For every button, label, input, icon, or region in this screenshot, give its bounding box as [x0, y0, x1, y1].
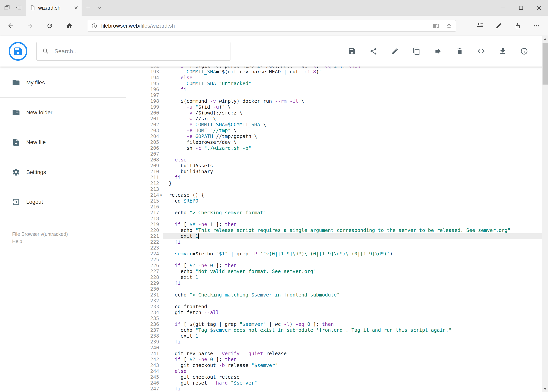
- code-text[interactable]: echo "> Checking semver format": [163, 210, 542, 216]
- code-row[interactable]: 245 git checkout release: [141, 374, 542, 380]
- code-row[interactable]: 201 -w //src \: [141, 116, 542, 122]
- scrollbar-up-arrow-icon[interactable]: [544, 38, 547, 40]
- browser-tab-wizard-sh[interactable]: wizard.sh: [26, 0, 82, 16]
- refresh-icon[interactable]: [43, 19, 57, 33]
- share-icon[interactable]: [512, 20, 523, 31]
- code-row[interactable]: 192 if [ $(git rev-parse HEAD 2> /dev/nu…: [141, 67, 542, 69]
- scrollbar-thumb[interactable]: [542, 43, 548, 84]
- code-row[interactable]: 204 -e GOPATH=//tmp/gopath \: [141, 133, 542, 139]
- code-text[interactable]: fi: [163, 175, 542, 181]
- code-row[interactable]: 196 fi: [141, 86, 542, 92]
- code-text[interactable]: $(command -v winpty) docker run --rm -it…: [163, 98, 542, 104]
- move-icon[interactable]: [434, 47, 442, 56]
- code-row[interactable]: 239 fi: [141, 339, 542, 345]
- code-text[interactable]: git checkout release: [163, 374, 542, 380]
- more-icon[interactable]: [531, 20, 542, 31]
- code-row[interactable]: 193 COMMIT_SHA="$(git rev-parse HEAD | c…: [141, 69, 542, 75]
- code-text[interactable]: -e COMMIT_SHA=$COMMIT_SHA \: [163, 122, 542, 128]
- web-notes-pen-icon[interactable]: [493, 20, 504, 31]
- minimize-icon[interactable]: [494, 0, 512, 16]
- code-text[interactable]: COMMIT_SHA="untracked": [163, 81, 542, 86]
- code-text[interactable]: [163, 298, 542, 304]
- code-row[interactable]: 219 if [ $# -ne 1 ]; then: [141, 222, 542, 227]
- code-row[interactable]: 221 exit 1: [141, 233, 542, 239]
- code-text[interactable]: [163, 245, 542, 251]
- code-row[interactable]: 206 sh -c "./wizard.sh -b": [141, 145, 542, 151]
- code-text[interactable]: if [ $? -ne 0 ]; then: [163, 263, 542, 268]
- code-text[interactable]: [163, 216, 542, 222]
- address-bar[interactable]: filebrowser.web/files/wizard.sh: [88, 20, 456, 32]
- code-text[interactable]: if [ $# -ne 1 ]; then: [163, 222, 542, 227]
- code-text[interactable]: }: [163, 181, 542, 186]
- download-icon[interactable]: [498, 47, 507, 56]
- code-text[interactable]: buildAssets: [163, 163, 542, 169]
- code-text[interactable]: echo "This release script requires a sin…: [163, 227, 542, 233]
- code-text[interactable]: fi: [163, 280, 542, 286]
- code-row[interactable]: 213: [141, 186, 542, 192]
- save-icon[interactable]: [348, 47, 356, 56]
- code-text[interactable]: [163, 151, 542, 157]
- code-row[interactable]: 228 exit 1: [141, 274, 542, 280]
- code-text[interactable]: git checkout -b release "$semver": [163, 363, 542, 368]
- copy-icon[interactable]: [412, 47, 421, 56]
- tabs-set-aside-icon[interactable]: [2, 3, 12, 13]
- code-text[interactable]: if [ $? -ne 0 ]; then: [163, 357, 542, 363]
- new-tab-icon[interactable]: [83, 3, 93, 13]
- code-text[interactable]: [163, 315, 542, 321]
- code-row[interactable]: 217 echo "> Checking semver format": [141, 210, 542, 216]
- code-row[interactable]: 246 git reset --hard "$semver": [141, 380, 542, 386]
- code-text[interactable]: filebrowser/dev \: [163, 139, 542, 145]
- code-row[interactable]: 198 $(command -v winpty) docker run --rm…: [141, 98, 542, 104]
- code-row[interactable]: 241 git rev-parse --verify --quiet relea…: [141, 351, 542, 357]
- code-row[interactable]: 227 echo "Not valid semver format. See s…: [141, 268, 542, 274]
- code-text[interactable]: -v /$(pwd):/src:z \: [163, 110, 542, 116]
- home-icon[interactable]: [62, 19, 76, 33]
- sidebar-item-new-folder[interactable]: New folder: [0, 98, 141, 127]
- set-tabs-aside-icon[interactable]: [14, 3, 24, 13]
- favorite-star-icon[interactable]: [446, 23, 452, 29]
- code-row[interactable]: 223: [141, 245, 542, 251]
- code-text[interactable]: -e HOME="//tmp" \: [163, 128, 542, 133]
- code-text[interactable]: exit 1: [163, 333, 542, 339]
- code-text[interactable]: git fetch --all: [163, 310, 542, 315]
- code-text[interactable]: [163, 345, 542, 351]
- code-text[interactable]: [163, 186, 542, 192]
- maximize-icon[interactable]: [512, 0, 530, 16]
- code-text[interactable]: release () {: [163, 192, 542, 198]
- code-text[interactable]: git rev-parse --verify --quiet release: [163, 351, 542, 357]
- code-text[interactable]: else: [163, 75, 542, 81]
- code-text[interactable]: echo "> Checking matching $semver in fro…: [163, 292, 542, 298]
- code-row[interactable]: 237 echo "Tag $semver does not exist in …: [141, 327, 542, 333]
- code-text[interactable]: else: [163, 368, 542, 374]
- code-row[interactable]: 197: [141, 92, 542, 98]
- sidebar-item-my-files[interactable]: My files: [0, 68, 141, 98]
- code-text[interactable]: echo "Not valid semver format. See semve…: [163, 268, 542, 274]
- code-row[interactable]: 235: [141, 315, 542, 321]
- code-text[interactable]: -w //src \: [163, 116, 542, 122]
- code-row[interactable]: 243 git checkout -b release "$semver": [141, 363, 542, 368]
- sidebar-item-settings[interactable]: Settings: [0, 157, 141, 187]
- code-text[interactable]: fi: [163, 339, 542, 345]
- search-input[interactable]: [54, 48, 225, 55]
- back-icon[interactable]: [4, 19, 18, 33]
- code-row[interactable]: 234 git fetch --all: [141, 310, 542, 315]
- close-tab-icon[interactable]: [74, 6, 78, 10]
- code-editor[interactable]: 192 if [ $(git rev-parse HEAD 2> /dev/nu…: [141, 67, 542, 392]
- sidebar-item-new-file[interactable]: New file: [0, 127, 141, 157]
- code-text[interactable]: [163, 92, 542, 98]
- share-icon[interactable]: [369, 47, 378, 56]
- code-row[interactable]: 200 -v /$(pwd):/src:z \: [141, 110, 542, 116]
- code-row[interactable]: 240: [141, 345, 542, 351]
- code-text[interactable]: if [ $(git rev-parse HEAD 2> /dev/null |…: [163, 67, 542, 69]
- code-text[interactable]: fi: [163, 239, 542, 245]
- code-row[interactable]: 208 else: [141, 157, 542, 163]
- code-row[interactable]: 232: [141, 298, 542, 304]
- code-row[interactable]: 211 fi: [141, 175, 542, 181]
- scrollbar-down-arrow-icon[interactable]: [544, 388, 547, 390]
- code-row[interactable]: 202 -e COMMIT_SHA=$COMMIT_SHA \: [141, 122, 542, 128]
- code-row[interactable]: 226 if [ $? -ne 0 ]; then: [141, 263, 542, 268]
- code-row[interactable]: 199 -u "$(id -u)" \: [141, 104, 542, 110]
- code-row[interactable]: 229 fi: [141, 280, 542, 286]
- code-row[interactable]: 203 -e HOME="//tmp" \: [141, 128, 542, 133]
- code-text[interactable]: cd $REPO: [163, 198, 542, 204]
